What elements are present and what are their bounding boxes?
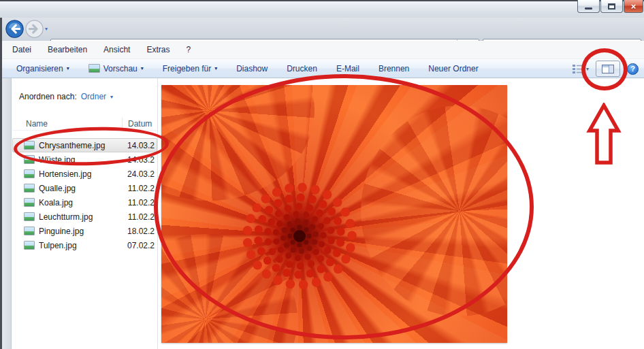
file-row[interactable]: Hortensien.jpg 24.03.2	[12, 167, 157, 181]
file-date: 14.03.2	[119, 155, 155, 165]
chevron-down-icon: ▾	[214, 65, 217, 71]
share-button[interactable]: Freigeben für ▾	[163, 64, 217, 73]
file-date: 18.02.2	[119, 227, 155, 236]
share-label: Freigeben für	[163, 64, 211, 73]
image-file-icon	[24, 198, 35, 207]
slideshow-button[interactable]: Diashow	[236, 64, 268, 73]
close-button[interactable]: ×	[624, 0, 643, 13]
command-bar: Organisieren ▾ Vorschau ▾ Freigeben für …	[0, 59, 644, 78]
help-button[interactable]: ?	[627, 63, 639, 75]
menu-extras[interactable]: Extras	[146, 45, 170, 54]
file-list-pane: Anordnen nach: Ordner ▾ Name Datum Chrys…	[12, 78, 157, 349]
file-name: Wüste.jpg	[39, 155, 119, 165]
menu-bar: Datei Bearbeiten Ansicht Extras ?	[0, 41, 644, 59]
flower-center	[161, 85, 507, 343]
file-name: Hortensien.jpg	[39, 169, 119, 179]
burn-button[interactable]: Brennen	[379, 64, 409, 73]
image-file-icon	[24, 212, 35, 221]
image-file-icon	[24, 169, 35, 178]
arrange-by-label: Anordnen nach:	[19, 92, 77, 101]
file-date: 11.02.2	[119, 184, 155, 193]
image-file-icon	[24, 227, 35, 235]
email-button[interactable]: E-Mail	[336, 64, 359, 73]
chevron-down-icon[interactable]: ▾	[110, 94, 113, 100]
file-date: 11.02.2	[119, 212, 155, 222]
file-date: 11.02.2	[119, 198, 155, 207]
arrange-by-control: Anordnen nach: Ordner ▾	[19, 92, 113, 101]
preview-view-button[interactable]: Vorschau ▾	[88, 64, 144, 73]
recent-pages-caret-icon[interactable]: ▾	[45, 26, 48, 32]
file-row[interactable]: Qualle.jpg 11.02.2	[12, 181, 157, 195]
menu-datei[interactable]: Datei	[12, 45, 31, 54]
print-button[interactable]: Drucken	[287, 64, 317, 73]
preview-image-chrysantheme	[161, 85, 507, 343]
menu-bearbeiten[interactable]: Bearbeiten	[48, 45, 87, 54]
forward-button-disabled[interactable]	[25, 20, 44, 38]
file-row[interactable]: Wüste.jpg 14.03.2	[12, 152, 157, 167]
image-file-icon	[24, 184, 35, 193]
content-area: Anordnen nach: Ordner ▾ Name Datum Chrys…	[12, 78, 644, 349]
image-file-icon	[24, 241, 35, 250]
chevron-down-icon: ▾	[586, 66, 589, 72]
organize-label: Organisieren	[16, 64, 63, 73]
file-list: Chrysantheme.jpg 14.03.2 Wüste.jpg 14.03…	[12, 138, 157, 252]
file-row[interactable]: Chrysantheme.jpg 14.03.2	[12, 138, 157, 152]
preview-pane-button[interactable]	[596, 61, 620, 77]
file-date: 24.03.2	[119, 169, 155, 179]
maximize-button[interactable]	[600, 0, 623, 13]
file-date: 07.02.2	[119, 241, 155, 250]
preview-pane-icon	[602, 65, 614, 73]
explorer-window: × ▾ ▸ Bibliotheken ▸ Bilder ▸ Beispielbi…	[0, 0, 644, 349]
column-header-date[interactable]: Datum	[128, 119, 152, 129]
minimize-button[interactable]	[577, 0, 600, 13]
file-row[interactable]: Tulpen.jpg 07.02.2	[12, 238, 157, 252]
window-left-frame	[2, 78, 12, 349]
file-row[interactable]: Pinguine.jpg 18.02.2	[12, 224, 157, 238]
organize-button[interactable]: Organisieren ▾	[16, 64, 69, 73]
details-view-icon	[573, 64, 584, 74]
picture-icon	[88, 64, 100, 73]
close-icon: ×	[631, 2, 637, 11]
menu-help[interactable]: ?	[186, 45, 191, 54]
file-name: Pinguine.jpg	[39, 227, 119, 236]
window-controls: ×	[577, 0, 643, 13]
minimize-icon	[585, 7, 592, 10]
chevron-down-icon: ▾	[141, 65, 144, 71]
change-view-button[interactable]: ▾	[573, 64, 589, 74]
column-headers: Name Datum	[12, 117, 157, 131]
maximize-icon	[608, 3, 615, 10]
file-name: Koala.jpg	[39, 198, 119, 207]
file-name: Tulpen.jpg	[39, 241, 119, 250]
title-bar	[0, 0, 644, 18]
file-name: Qualle.jpg	[39, 184, 119, 193]
view-controls: ▾ ?	[573, 59, 639, 78]
file-row[interactable]: Leuchtturm.jpg 11.02.2	[12, 210, 157, 224]
new-folder-button[interactable]: Neuer Ordner	[428, 64, 478, 73]
menu-ansicht[interactable]: Ansicht	[103, 45, 130, 54]
file-name: Leuchtturm.jpg	[39, 212, 119, 222]
image-file-icon	[24, 155, 35, 164]
navigation-bar: ▾ ▸ Bibliotheken ▸ Bilder ▸ Beispielbild…	[0, 18, 644, 41]
image-file-icon	[24, 141, 35, 150]
file-date: 14.03.2	[119, 141, 155, 150]
file-name: Chrysantheme.jpg	[39, 141, 119, 150]
pane-divider	[157, 78, 158, 349]
file-row[interactable]: Koala.jpg 11.02.2	[12, 195, 157, 210]
back-button[interactable]	[5, 20, 24, 38]
preview-label: Vorschau	[103, 64, 138, 73]
column-header-name[interactable]: Name	[26, 119, 48, 129]
arrange-by-value[interactable]: Ordner	[81, 92, 106, 101]
column-divider[interactable]	[122, 118, 123, 130]
chevron-down-icon: ▾	[67, 65, 69, 71]
